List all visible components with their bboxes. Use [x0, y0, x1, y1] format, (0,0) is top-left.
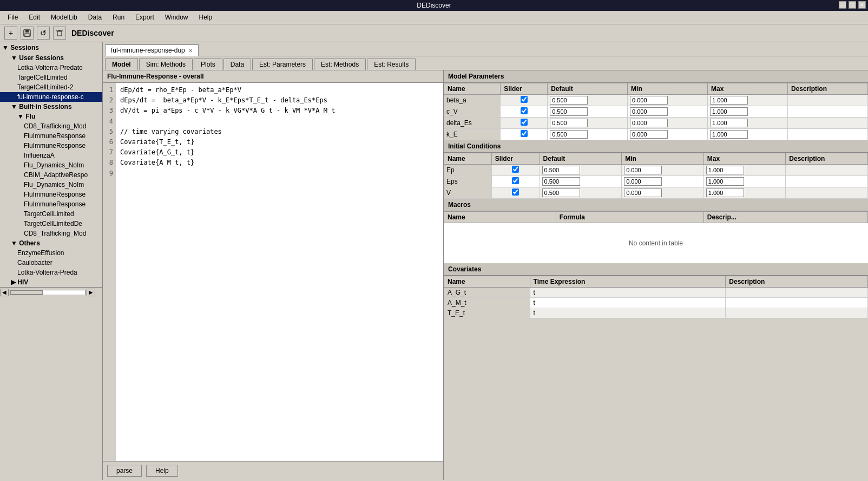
sidebar-item-cbim[interactable]: CBIM_AdaptiveRespo [0, 170, 102, 180]
sidebar-scrollbar[interactable] [10, 290, 86, 295]
sidebar-item-targetcell1[interactable]: TargetCellLimited [0, 73, 102, 82]
ic-min-cell[interactable] [622, 187, 704, 199]
param-min-input[interactable] [630, 96, 668, 105]
menu-run[interactable]: Run [107, 12, 130, 23]
ic-slider-cell[interactable] [491, 165, 540, 176]
param-min-cell[interactable] [628, 106, 708, 118]
param-default-cell[interactable] [548, 106, 628, 118]
ic-default-input[interactable] [542, 188, 580, 197]
param-slider-checkbox[interactable] [521, 107, 528, 114]
sidebar-item-fludyn-2[interactable]: Flu_Dynamics_NoIm [0, 180, 102, 190]
tab-est-methods[interactable]: Est: Methods [314, 58, 366, 70]
menu-help[interactable]: Help [193, 12, 218, 23]
main-tab-fulimmune[interactable]: ful-immune-response-dup ✕ [105, 44, 199, 56]
maximize-button[interactable]: □ [849, 1, 856, 9]
param-max-input[interactable] [710, 130, 748, 139]
ic-max-cell[interactable] [703, 187, 786, 199]
ic-default-cell[interactable] [540, 176, 622, 187]
sidebar-item-fluimmune-2[interactable]: FluImmuneResponse [0, 141, 102, 151]
param-default-input[interactable] [550, 119, 588, 127]
param-slider-checkbox[interactable] [521, 119, 528, 126]
param-default-input[interactable] [550, 130, 588, 139]
sidebar-item-enzyme[interactable]: EnzymeEffusion [0, 248, 102, 258]
param-default-input[interactable] [550, 96, 588, 105]
param-min-input[interactable] [630, 130, 668, 139]
param-max-input[interactable] [710, 119, 748, 127]
sidebar-item-lotka2[interactable]: Lotka-Volterra-Preda [0, 268, 102, 277]
sidebar-item-fluimmune-4[interactable]: FluImmuneResponse [0, 199, 102, 209]
user-sessions-section[interactable]: ▼ User Sessions [0, 53, 102, 63]
param-min-cell[interactable] [628, 129, 708, 140]
ic-default-input[interactable] [542, 166, 580, 174]
sidebar-item-targetcell2[interactable]: TargetCellLimited-2 [0, 82, 102, 92]
delete-button[interactable] [53, 27, 66, 40]
sidebar-item-targetcelldel[interactable]: TargetCellLimitedDe [0, 219, 102, 229]
ic-min-cell[interactable] [622, 176, 704, 187]
menu-edit[interactable]: Edit [23, 12, 45, 23]
ic-max-input[interactable] [706, 166, 744, 174]
ic-min-input[interactable] [624, 177, 662, 186]
others-section[interactable]: ▼ Others [0, 238, 102, 248]
ic-default-cell[interactable] [540, 187, 622, 199]
tab-close-button[interactable]: ✕ [188, 48, 193, 54]
param-default-cell[interactable] [548, 95, 628, 106]
ic-slider-checkbox[interactable] [512, 188, 519, 196]
sidebar-item-caulobacter[interactable]: Caulobacter [0, 258, 102, 268]
ic-slider-cell[interactable] [491, 176, 540, 187]
param-max-cell[interactable] [708, 95, 788, 106]
param-default-cell[interactable] [548, 129, 628, 140]
param-slider-checkbox[interactable] [521, 96, 528, 103]
menu-file[interactable]: File [2, 12, 23, 23]
menu-window[interactable]: Window [160, 12, 194, 23]
param-min-cell[interactable] [628, 95, 708, 106]
param-min-cell[interactable] [628, 118, 708, 129]
sidebar-item-fluimmune-3[interactable]: FluImmuneResponse [0, 190, 102, 199]
param-min-input[interactable] [630, 107, 668, 116]
tab-sim-methods[interactable]: Sim: Methods [139, 58, 193, 70]
ic-max-input[interactable] [706, 188, 744, 197]
param-slider-checkbox[interactable] [521, 130, 528, 137]
refresh-button[interactable]: ↺ [37, 27, 50, 40]
tab-est-results[interactable]: Est: Results [367, 58, 416, 70]
ic-min-cell[interactable] [622, 165, 704, 176]
window-controls[interactable]: — □ ✕ [839, 1, 866, 9]
help-button[interactable]: Help [146, 465, 178, 477]
menu-modellib[interactable]: ModelLib [45, 12, 83, 23]
menu-export[interactable]: Export [130, 12, 160, 23]
sidebar-item-fluimmune-1[interactable]: FluImmuneResponse [0, 131, 102, 141]
sidebar-item-targetcell-3[interactable]: TargetCellLimited [0, 209, 102, 219]
code-editor[interactable]: dEp/dt = rho_E*Ep - beta_a*Ep*V dEps/dt … [116, 83, 443, 461]
minimize-button[interactable]: — [839, 1, 846, 9]
tab-model[interactable]: Model [105, 58, 138, 70]
builtin-sessions-section[interactable]: ▼ Built-in Sessions [0, 102, 102, 112]
sidebar-item-fludyn-1[interactable]: Flu_Dynamics_NoIm [0, 160, 102, 170]
param-max-cell[interactable] [708, 106, 788, 118]
tab-plots[interactable]: Plots [194, 58, 222, 70]
param-default-input[interactable] [550, 107, 588, 116]
flu-section[interactable]: ▼ Flu [0, 112, 102, 121]
tab-est-parameters[interactable]: Est: Parameters [252, 58, 313, 70]
tab-data[interactable]: Data [223, 58, 251, 70]
save-button[interactable] [21, 27, 34, 40]
ic-slider-checkbox[interactable] [512, 166, 519, 173]
param-max-input[interactable] [710, 107, 748, 116]
parse-button[interactable]: parse [107, 465, 142, 477]
ic-default-cell[interactable] [540, 165, 622, 176]
sidebar-item-fulimmune[interactable]: ful-immune-response-c [0, 92, 102, 102]
ic-min-input[interactable] [624, 166, 662, 174]
param-max-input[interactable] [710, 96, 748, 105]
param-slider-cell[interactable] [501, 129, 548, 140]
sidebar-item-cd8-1[interactable]: CD8_Trafficking_Mod [0, 121, 102, 131]
sidebar-item-cd8-2[interactable]: CD8_Trafficking_Mod [0, 229, 102, 238]
ic-default-input[interactable] [542, 177, 580, 186]
close-button[interactable]: ✕ [858, 1, 866, 9]
ic-slider-cell[interactable] [491, 187, 540, 199]
menu-data[interactable]: Data [83, 12, 107, 23]
param-max-cell[interactable] [708, 129, 788, 140]
param-slider-cell[interactable] [501, 95, 548, 106]
sidebar-item-influenzaa[interactable]: InfluenzaA [0, 151, 102, 160]
sidebar-item-lotka[interactable]: Lotka-Volterra-Predato [0, 63, 102, 73]
hiv-section[interactable]: ▶ HIV [0, 277, 102, 287]
param-min-input[interactable] [630, 119, 668, 127]
ic-max-cell[interactable] [703, 165, 786, 176]
